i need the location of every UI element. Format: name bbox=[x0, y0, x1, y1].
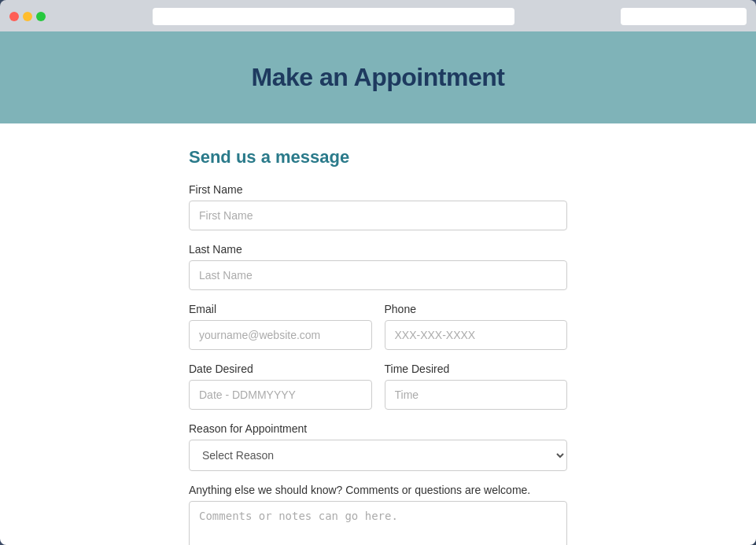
email-group: Email bbox=[189, 303, 372, 350]
last-name-input[interactable] bbox=[189, 260, 567, 290]
date-input[interactable] bbox=[189, 380, 372, 410]
time-label: Time Desired bbox=[385, 363, 568, 375]
phone-group: Phone bbox=[385, 303, 568, 350]
reason-label: Reason for Appointment bbox=[189, 422, 567, 435]
reason-select[interactable]: Select Reason Consultation Follow-up Eme… bbox=[189, 440, 567, 471]
browser-chrome bbox=[0, 0, 756, 31]
first-name-group: First Name bbox=[189, 183, 567, 230]
page-header: Make an Appointment bbox=[0, 31, 756, 123]
email-phone-row: Email Phone bbox=[189, 303, 567, 350]
address-bar[interactable] bbox=[153, 8, 514, 25]
last-name-group: Last Name bbox=[189, 243, 567, 290]
time-group: Time Desired bbox=[385, 363, 568, 410]
browser-window: Make an Appointment Send us a message Fi… bbox=[0, 0, 756, 545]
browser-dots bbox=[9, 12, 46, 21]
comments-textarea[interactable] bbox=[189, 501, 567, 545]
first-name-input[interactable] bbox=[189, 201, 567, 230]
close-button-dot[interactable] bbox=[9, 12, 19, 21]
page-title: Make an Appointment bbox=[16, 63, 740, 92]
minimize-button-dot[interactable] bbox=[23, 12, 32, 21]
last-name-label: Last Name bbox=[189, 243, 567, 256]
date-label: Date Desired bbox=[189, 363, 372, 375]
reason-group: Reason for Appointment Select Reason Con… bbox=[189, 422, 567, 471]
date-time-row: Date Desired Time Desired bbox=[189, 363, 567, 410]
first-name-label: First Name bbox=[189, 183, 567, 196]
email-label: Email bbox=[189, 303, 372, 315]
browser-content: Make an Appointment Send us a message Fi… bbox=[0, 31, 756, 545]
date-group: Date Desired bbox=[189, 363, 372, 410]
phone-input[interactable] bbox=[385, 320, 568, 350]
time-input[interactable] bbox=[385, 380, 568, 410]
maximize-button-dot[interactable] bbox=[36, 12, 46, 21]
comments-label: Anything else we should know? Comments o… bbox=[189, 484, 567, 496]
phone-label: Phone bbox=[385, 303, 568, 315]
form-section: Send us a message First Name Last Name E… bbox=[0, 123, 756, 545]
browser-search-bar[interactable] bbox=[621, 8, 747, 25]
email-input[interactable] bbox=[189, 320, 372, 350]
comments-group: Anything else we should know? Comments o… bbox=[189, 484, 567, 545]
section-title: Send us a message bbox=[189, 147, 567, 168]
